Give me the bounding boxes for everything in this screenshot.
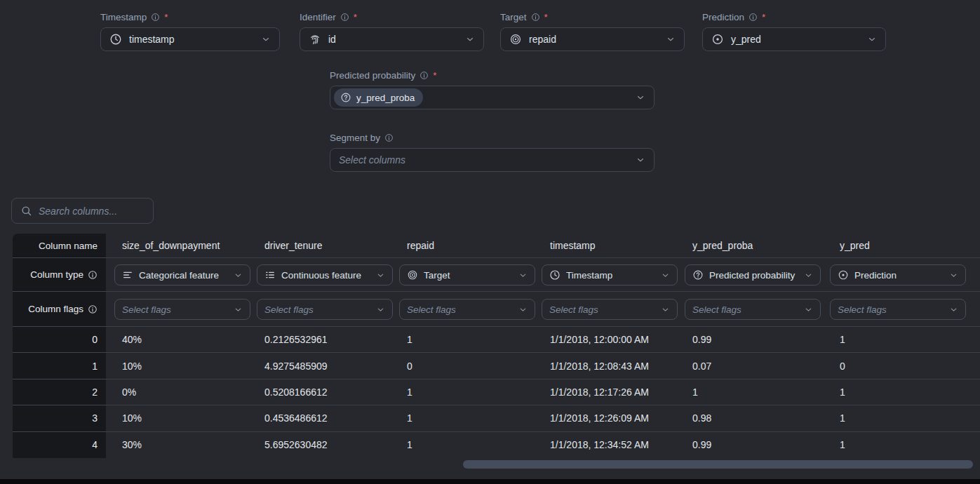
info-icon[interactable] (88, 304, 98, 314)
table-cell: 1/1/2018, 12:34:52 AM (550, 432, 649, 458)
column-type-select[interactable]: Predicted probability (685, 264, 821, 285)
table-cell: 1 (840, 405, 845, 431)
table-cell: 1 (407, 405, 412, 431)
columns-table: size_of_downpayment driver_tenure repaid… (13, 234, 980, 458)
column-name: y_pred (840, 234, 870, 257)
info-icon[interactable] (531, 13, 540, 22)
row-header-label: Column flags (28, 304, 83, 314)
chevron-down-icon (234, 305, 243, 314)
identifier-field: Identifier * id (300, 12, 484, 51)
target-icon (407, 269, 418, 281)
segment-by-select[interactable]: Select columns (330, 148, 655, 172)
identifier-select[interactable]: id (300, 27, 484, 51)
table-cell: 1 (407, 327, 412, 352)
chevron-down-icon (376, 305, 385, 314)
table-cell: 10% (122, 405, 142, 431)
target-icon (509, 33, 522, 46)
sticky-header-column: Column name Column type Column flags 0 1… (13, 234, 106, 458)
identifier-select-value: id (328, 34, 458, 45)
horizontal-scrollbar-thumb[interactable] (463, 460, 973, 469)
chevron-down-icon (804, 305, 813, 314)
column-type-select[interactable]: Prediction (830, 264, 966, 285)
timestamp-select-value: timestamp (129, 34, 254, 45)
table-cell: 1 (407, 379, 412, 405)
row-header-column-type: Column type (13, 258, 106, 292)
timestamp-field: Timestamp * timestamp (100, 12, 280, 51)
flags-placeholder: Select flags (549, 304, 655, 315)
table-cell: 5.6952630482 (264, 432, 328, 458)
row-header-column-name: Column name (13, 234, 106, 258)
clock-icon (109, 33, 122, 46)
column-name: size_of_downpayment (122, 234, 220, 257)
required-asterisk: * (762, 12, 765, 22)
timestamp-label-text: Timestamp (100, 12, 147, 22)
target-label-text: Target (500, 12, 527, 22)
column-type-value: Continuous feature (281, 270, 370, 281)
timestamp-select[interactable]: timestamp (100, 27, 280, 51)
chevron-down-icon (867, 34, 877, 44)
info-icon[interactable] (419, 71, 429, 80)
column-type-select[interactable]: Categorical feature (114, 264, 250, 285)
info-icon[interactable] (384, 133, 394, 142)
table-row: 40% 0.2126532961 1 1/1/2018, 12:00:00 AM… (13, 327, 980, 353)
target-select[interactable]: repaid (500, 27, 685, 51)
row-index: 3 (13, 405, 106, 431)
required-asterisk: * (544, 12, 548, 22)
column-name: repaid (407, 234, 434, 257)
table-cell: 0.5208166612 (264, 379, 328, 405)
fingerprint-icon (309, 33, 321, 46)
prediction-select[interactable]: y_pred (702, 27, 886, 51)
prediction-select-value: y_pred (731, 34, 860, 45)
chevron-down-icon (636, 155, 645, 165)
chevron-down-icon (661, 271, 670, 280)
column-type-value: Target (424, 270, 513, 281)
column-type-value: Prediction (854, 270, 944, 281)
predicted-probability-label-text: Predicted probability (330, 70, 415, 81)
row-header-column-flags: Column flags (13, 292, 106, 327)
required-asterisk: * (433, 70, 436, 81)
column-flags-select[interactable]: Select flags (114, 299, 250, 320)
predicted-probability-field: Predicted probability * y_pred_proba (330, 70, 655, 109)
info-icon[interactable] (88, 270, 98, 280)
search-icon (20, 205, 32, 217)
info-icon[interactable] (340, 13, 349, 22)
prediction-label-text: Prediction (702, 12, 744, 22)
table-cell: 10% (122, 353, 142, 378)
info-icon[interactable] (151, 13, 160, 22)
chevron-down-icon (465, 34, 475, 44)
info-icon[interactable] (749, 13, 758, 22)
column-flags-select[interactable]: Select flags (399, 299, 535, 320)
prediction-icon (711, 33, 724, 46)
table-cell: 0.07 (692, 353, 711, 378)
predicted-probability-select[interactable]: y_pred_proba (330, 86, 655, 109)
target-field: Target * repaid (500, 12, 685, 51)
chevron-down-icon (804, 271, 813, 280)
chevron-down-icon (234, 271, 243, 280)
table-cell: 30% (122, 432, 142, 458)
target-field-label: Target * (500, 12, 685, 22)
table-cell: 0 (840, 353, 845, 378)
column-type-select[interactable]: Continuous feature (257, 264, 393, 285)
table-cell: 0.2126532961 (264, 327, 328, 352)
selected-column-chip[interactable]: y_pred_proba (334, 88, 423, 107)
required-asterisk: * (354, 12, 357, 22)
table-cell: 40% (122, 327, 142, 352)
column-type-select[interactable]: Timestamp (542, 264, 678, 285)
table-row: 0% 0.5208166612 1 1/1/2018, 12:17:26 AM … (13, 379, 980, 405)
search-input[interactable]: Search columns... (11, 198, 154, 224)
column-type-select[interactable]: Target (399, 264, 535, 285)
column-flags-select[interactable]: Select flags (542, 299, 678, 320)
column-flags-row: Select flags Select flags Select flags S… (13, 292, 980, 327)
column-flags-select[interactable]: Select flags (685, 299, 821, 320)
column-flags-select[interactable]: Select flags (257, 299, 393, 320)
flags-placeholder: Select flags (122, 304, 228, 315)
column-flags-select[interactable]: Select flags (830, 299, 966, 320)
column-type-value: Categorical feature (139, 270, 228, 281)
column-type-row: Categorical feature Continuous feature T… (13, 258, 980, 292)
chevron-down-icon (261, 34, 271, 44)
table-cell: 1 (840, 432, 845, 458)
row-header-label: Column name (39, 241, 98, 251)
row-header-label: Column type (30, 269, 83, 280)
chevron-down-icon (518, 305, 528, 314)
flags-placeholder: Select flags (407, 304, 513, 315)
